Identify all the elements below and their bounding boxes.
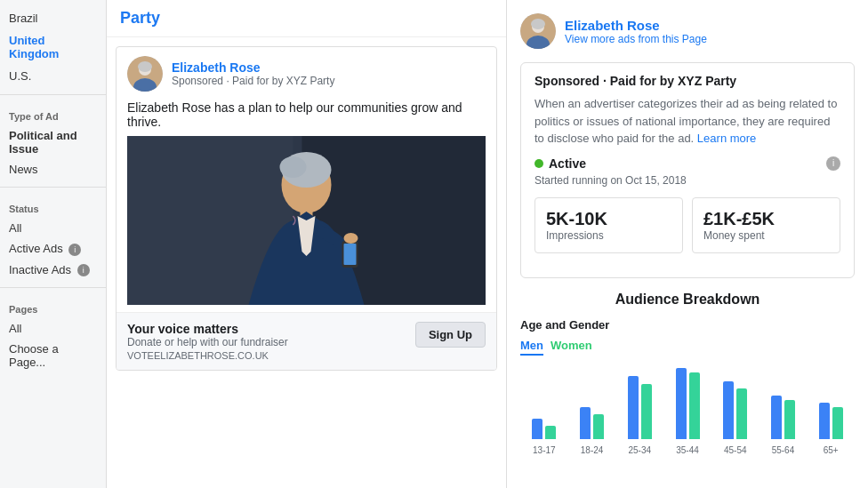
sidebar-item-all-status[interactable]: All (0, 218, 106, 238)
sidebar-item-choose-page[interactable]: Choose a Page... (0, 339, 106, 372)
sidebar-item-political[interactable]: Political and Issue (0, 125, 106, 159)
sidebar-item-active-ads[interactable]: Active Ads i (0, 238, 106, 260)
detail-info: Elizabeth Rose View more ads from this P… (565, 18, 707, 45)
inactive-ads-info-icon[interactable]: i (77, 264, 90, 276)
bar-group-55-64: 55-64 (764, 396, 803, 455)
bar-chart: 13-1718-2425-3435-4445-5455-6465+ (520, 366, 855, 455)
men-bar (723, 381, 734, 439)
women-bar (593, 414, 604, 439)
bars-25-34 (628, 376, 652, 439)
pages-label: Pages (0, 295, 106, 318)
gender-tab-men[interactable]: Men (520, 339, 543, 356)
ad-card-body: Elizabeth Rose has a plan to help our co… (117, 100, 496, 312)
detail-panel: Elizabeth Rose View more ads from this P… (507, 0, 868, 488)
cta-title: Your voice matters (127, 322, 288, 336)
impressions-value: 5K-10K (546, 209, 671, 229)
men-bar (628, 376, 639, 439)
bar-label: 65+ (824, 445, 839, 455)
bar-label: 25-34 (629, 445, 652, 455)
impressions-box: 5K-10K Impressions (534, 197, 683, 253)
money-label: Money spent (703, 229, 829, 242)
men-bar (676, 368, 687, 439)
active-ads-info-icon[interactable]: i (68, 244, 81, 256)
ad-image (127, 136, 486, 305)
avatar (127, 56, 163, 92)
men-bar (771, 396, 782, 439)
party-name: Party (120, 9, 160, 27)
women-bar (784, 400, 795, 439)
ad-card-info: Elizabeth Rose Sponsored · Paid for by X… (172, 60, 334, 87)
detail-avatar-svg (520, 13, 556, 49)
sidebar-item-all-pages[interactable]: All (0, 318, 106, 339)
ad-area: Party Elizabeth Rose Sponsored · Paid fo… (107, 0, 507, 488)
ad-headline: Elizabeth Rose has a plan to help our co… (127, 100, 486, 129)
ad-cta: Your voice matters Donate or help with o… (117, 312, 496, 370)
status-label: Status (0, 195, 106, 218)
detail-advertiser-name[interactable]: Elizabeth Rose (565, 18, 707, 33)
status-text: Active (549, 156, 586, 171)
bar-label: 18-24 (581, 445, 604, 455)
ad-advertiser-name[interactable]: Elizabeth Rose (172, 60, 334, 75)
started-text: Started running on Oct 15, 2018 (534, 174, 840, 187)
ad-card-header: Elizabeth Rose Sponsored · Paid for by X… (117, 47, 496, 100)
type-of-ad-label: Type of Ad (0, 102, 106, 125)
main-content: Party Elizabeth Rose Sponsored · Paid fo… (107, 0, 868, 488)
status-dot (534, 159, 543, 168)
bar-label: 55-64 (772, 445, 795, 455)
bars-35-44 (676, 368, 700, 439)
learn-more-link[interactable]: Learn more (697, 132, 756, 145)
sidebar-country-us[interactable]: U.S. (0, 65, 106, 87)
sidebar-divider-3 (0, 287, 106, 288)
sidebar-item-news[interactable]: News (0, 159, 106, 180)
bars-45-54 (723, 381, 747, 439)
age-gender-title: Age and Gender (520, 318, 855, 332)
women-bar (736, 388, 747, 439)
ad-image-svg (127, 136, 486, 305)
svg-point-3 (138, 61, 152, 72)
gender-tabs: Men Women (520, 339, 855, 356)
sidebar-divider-2 (0, 187, 106, 188)
sign-up-button[interactable]: Sign Up (415, 322, 486, 348)
bars-13-17 (532, 419, 556, 439)
cta-text: Your voice matters Donate or help with o… (127, 322, 288, 361)
sidebar-item-inactive-ads[interactable]: Inactive Ads i (0, 260, 106, 281)
view-more-ads-link[interactable]: View more ads from this Page (565, 33, 707, 45)
bar-group-25-34: 25-34 (620, 376, 659, 455)
bar-group-35-44: 35-44 (668, 368, 707, 455)
bar-group-45-54: 45-54 (716, 381, 755, 455)
bar-label: 35-44 (676, 445, 699, 455)
detail-header: Elizabeth Rose View more ads from this P… (520, 13, 855, 49)
men-bar (819, 403, 830, 439)
bar-label: 45-54 (724, 445, 747, 455)
women-bar (641, 384, 652, 439)
sidebar-country-uk[interactable]: United Kingdom (0, 29, 106, 65)
bar-group-18-24: 18-24 (573, 407, 612, 455)
stats-row: 5K-10K Impressions £1K-£5K Money spent (534, 197, 840, 253)
bar-group-65+: 65+ (811, 403, 850, 455)
audience-breakdown: Audience Breakdown Age and Gender Men Wo… (520, 292, 855, 455)
bars-65+ (819, 403, 843, 439)
ad-card: Elizabeth Rose Sponsored · Paid for by X… (116, 46, 497, 371)
avatar-svg (127, 56, 163, 92)
bars-55-64 (771, 396, 795, 439)
bar-label: 13-17 (533, 445, 556, 455)
men-bar (532, 419, 542, 439)
status-row: Active i (534, 156, 840, 171)
ad-sponsored-text: Sponsored · Paid for by XYZ Party (172, 75, 334, 87)
women-bar (545, 426, 556, 439)
money-box: £1K-£5K Money spent (692, 197, 840, 253)
sponsored-title: Sponsored · Paid for by XYZ Party (534, 74, 840, 88)
sidebar-divider-1 (0, 94, 106, 95)
women-bar (832, 407, 843, 439)
gender-tab-women[interactable]: Women (551, 339, 592, 356)
men-bar (580, 407, 591, 439)
audience-title: Audience Breakdown (520, 292, 855, 308)
money-value: £1K-£5K (703, 209, 829, 229)
sidebar-country-brazil[interactable]: Brazil (0, 7, 106, 29)
bar-group-13-17: 13-17 (525, 419, 564, 455)
party-header: Party (107, 0, 506, 37)
sidebar-countries: Brazil United Kingdom U.S. (0, 7, 106, 87)
detail-avatar (520, 13, 556, 49)
women-bar (689, 372, 700, 439)
status-info-icon[interactable]: i (826, 156, 840, 171)
